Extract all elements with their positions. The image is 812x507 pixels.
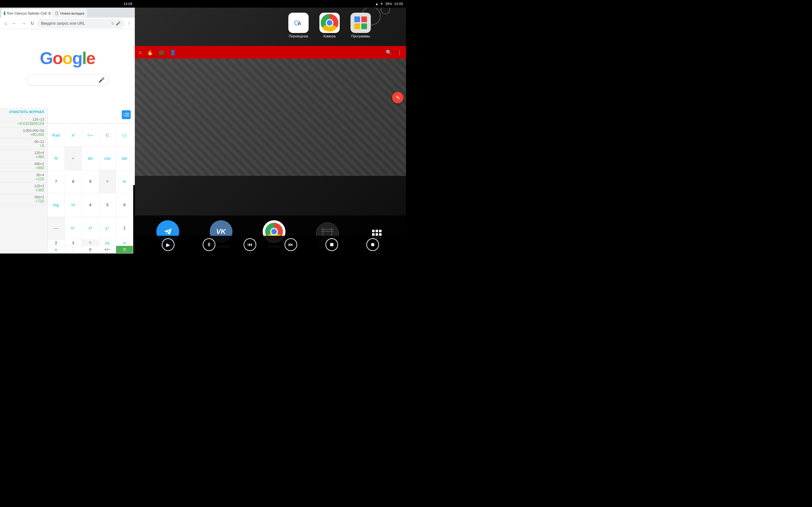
calc-btn-sqrt[interactable]: √— <box>82 124 99 147</box>
history-expr-2: 60÷12 <box>3 140 44 144</box>
chrome-inner-circle <box>326 19 334 26</box>
vk-home-icon[interactable]: ⌂ <box>139 49 142 55</box>
calc-btn-sin[interactable]: sin <box>82 147 99 170</box>
google-logo: Google <box>40 48 95 68</box>
history-expr-3: 120×4 <box>3 151 44 155</box>
vk-person-icon[interactable]: 👤 <box>170 49 176 55</box>
wifi-icon: ▲ <box>375 2 379 6</box>
media-record-btn[interactable]: ⏺ <box>366 238 379 251</box>
calc-btn-square[interactable]: x² <box>82 217 99 240</box>
browser-status-bar: 14:09 <box>0 0 135 8</box>
calc-btn-euler[interactable]: e <box>48 246 65 253</box>
android-status-bar: ▲ ✈ 39% 14:09 <box>135 0 406 8</box>
address-icons: ☆ 🎤 <box>111 21 120 26</box>
vk-logo-text: VK <box>216 228 226 236</box>
nav-back-btn[interactable]: ← <box>11 20 18 27</box>
calc-btn-divide[interactable]: ÷ <box>65 147 82 170</box>
nav-forward-btn[interactable]: → <box>20 20 27 27</box>
history-expr-6: 120×3 <box>3 184 44 188</box>
history-result-5: =120 <box>3 177 44 181</box>
left-panel: 14:09 X Tom Clancys Splinter Cell: B... … <box>0 0 135 253</box>
history-result-3: =480 <box>3 155 44 159</box>
vk-fire-icon[interactable]: 🔥 <box>147 49 153 55</box>
grid-dot-3 <box>379 230 382 232</box>
tab-new-icon: 🗋 <box>55 11 59 16</box>
calc-btn-7[interactable]: 7 <box>48 170 65 193</box>
nav-refresh-btn[interactable]: ↻ <box>29 20 36 27</box>
calc-btn-pi[interactable]: π <box>116 240 133 246</box>
grid-dot-6 <box>379 233 382 236</box>
calc-btn-rad[interactable]: Rad <box>48 124 65 147</box>
media-play-btn[interactable]: ▶ <box>162 238 174 251</box>
calc-btn-1[interactable]: 1 <box>116 217 133 240</box>
history-item-4: 480×2 =960 <box>0 161 47 172</box>
app-translator[interactable]: G A Переводчик <box>284 13 313 38</box>
fab-button[interactable]: ✎ <box>392 92 403 103</box>
calc-btn-minus[interactable]: — <box>48 217 65 240</box>
calc-btn-equals[interactable]: = <box>116 246 133 253</box>
browser-tab-splintercell[interactable]: X Tom Clancys Splinter Cell: B... × <box>1 9 52 18</box>
calc-btn-log[interactable]: log <box>48 193 65 216</box>
calc-btn-negate[interactable]: +/− <box>99 246 116 253</box>
calc-btn-5[interactable]: 5 <box>99 193 116 216</box>
svg-rect-2 <box>354 16 360 22</box>
svg-text:A: A <box>298 21 301 26</box>
battery-indicator: 39% <box>385 2 392 6</box>
calc-btn-tan[interactable]: tan <box>116 147 133 170</box>
media-forward-btn[interactable]: ⏭ <box>285 238 297 251</box>
google-o1: o <box>52 49 62 67</box>
calc-btn-cos[interactable]: cos <box>99 147 116 170</box>
calc-btn-multiply[interactable]: × <box>99 170 116 193</box>
vk-search-icon[interactable]: 🔍 <box>386 49 392 55</box>
google-search-box[interactable]: 🎤 <box>26 74 109 86</box>
calc-btn-power[interactable]: yˣ <box>99 217 116 240</box>
calc-btn-abs[interactable]: |x| <box>99 240 116 246</box>
calculator: ОЧИСТИТЬ ЖУРНАЛ 125÷13 =9.6153846154 3,0… <box>0 108 133 253</box>
bookmark-icon[interactable]: ☆ <box>111 21 114 26</box>
calc-btn-8[interactable]: 8 <box>65 170 82 193</box>
nav-home-btn[interactable]: ⌂ <box>2 20 9 27</box>
clear-history-btn[interactable]: ОЧИСТИТЬ ЖУРНАЛ <box>0 108 47 116</box>
desktop-apps-top: G A Переводчик Камера <box>279 8 406 43</box>
vk-briefcase-icon[interactable]: 💼 <box>158 49 165 55</box>
history-result-4: =960 <box>3 166 44 170</box>
calc-btn-2[interactable]: 2 <box>48 240 65 246</box>
google-l: l <box>82 49 86 67</box>
media-rewind-btn[interactable]: ⏮ <box>244 238 256 251</box>
calc-display: ⌫ <box>48 108 133 124</box>
microphone-icon[interactable]: 🎤 <box>116 21 120 26</box>
calc-btn-9[interactable]: 9 <box>82 170 99 193</box>
google-g: G <box>40 49 52 67</box>
app-programs[interactable]: Программы <box>346 13 375 38</box>
browser-tab-newtab[interactable]: 🗋 Новая вкладка <box>52 9 87 18</box>
address-bar[interactable]: Введите запрос или URL ☆ 🎤 <box>38 19 124 27</box>
calc-btn-parens[interactable]: ( ) <box>116 124 133 147</box>
calc-btn-4[interactable]: 4 <box>82 193 99 216</box>
calc-btn-0[interactable]: 0 <box>82 246 99 253</box>
calc-btn-reciprocal[interactable]: ¹⁄x <box>65 193 82 216</box>
media-stop-btn[interactable]: ⏹ <box>325 238 338 251</box>
svg-rect-3 <box>361 16 367 22</box>
calc-btn-6[interactable]: 6 <box>116 193 133 216</box>
calc-buttons: Rad x! √— C ( ) % ÷ sin cos tan 7 8 9 × … <box>48 124 133 253</box>
grid-dot-4 <box>372 233 374 236</box>
calc-btn-dot[interactable]: . <box>65 246 82 253</box>
calc-btn-clear[interactable]: C <box>99 124 116 147</box>
calc-btn-exp[interactable]: eˣ <box>65 217 82 240</box>
programs-label: Программы <box>351 34 370 38</box>
vk-menu-icon[interactable]: ⋮ <box>397 49 402 55</box>
calc-btn-ln[interactable]: ln <box>116 170 133 193</box>
browser-toolbar: ⌂ ← → ↻ Введите запрос или URL ☆ 🎤 ⋮ <box>0 18 135 29</box>
calc-btn-3[interactable]: 3 <box>65 240 82 246</box>
media-pause-btn[interactable]: ⏸ <box>203 238 215 251</box>
calc-btn-percent[interactable]: % <box>48 147 65 170</box>
google-o2: o <box>62 49 72 67</box>
calc-backspace-btn[interactable]: ⌫ <box>122 110 131 119</box>
history-expr-7: 360×2 <box>3 195 44 199</box>
app-camera[interactable]: Камера <box>315 13 344 38</box>
calc-btn-plus[interactable]: + <box>82 240 99 246</box>
svg-rect-5 <box>361 23 367 29</box>
google-mic-icon[interactable]: 🎤 <box>98 77 105 83</box>
browser-menu-btn[interactable]: ⋮ <box>125 20 133 27</box>
calc-btn-factorial[interactable]: x! <box>65 124 82 147</box>
